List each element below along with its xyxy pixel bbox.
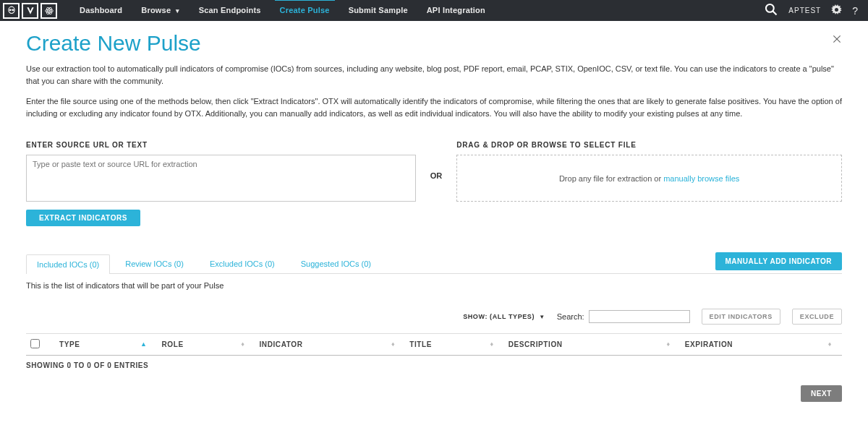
or-divider: OR: [416, 141, 457, 180]
col-expiration[interactable]: EXPIRATION♦: [681, 334, 842, 356]
col-title[interactable]: TITLE♦: [405, 334, 503, 356]
gear-icon[interactable]: [831, 4, 842, 17]
svg-point-1: [9, 9, 11, 10]
col-type[interactable]: TYPE▲: [55, 334, 157, 356]
nav-create-pulse[interactable]: Create Pulse: [271, 0, 339, 21]
nav-scan-endpoints[interactable]: Scan Endpoints: [190, 0, 271, 21]
top-nav: Dashboard Browse ▾ Scan Endpoints Create…: [0, 0, 868, 21]
nav-items: Dashboard Browse ▾ Scan Endpoints Create…: [70, 0, 495, 22]
tab-included-iocs[interactable]: Included IOCs (0): [26, 254, 110, 274]
intro-paragraph-1: Use our extraction tool to automatically…: [26, 63, 842, 87]
sort-icon: ♦: [490, 340, 493, 348]
table-controls: SHOW: (ALL TYPES) ▼ Search: EDIT INDICAT…: [26, 309, 842, 325]
logo-atom-icon: [41, 3, 57, 19]
svg-line-8: [773, 12, 777, 15]
col-role[interactable]: ROLE♦: [157, 334, 255, 356]
manually-add-indicator-button[interactable]: MANUALLY ADD INDICATOR: [715, 252, 842, 270]
user-menu[interactable]: APTEST: [788, 7, 821, 14]
select-all-checkbox[interactable]: [30, 339, 40, 348]
help-icon[interactable]: ?: [852, 5, 858, 17]
ioc-table: TYPE▲ ROLE♦ INDICATOR♦ TITLE♦ DESCRIPTIO…: [26, 333, 842, 356]
source-label: ENTER SOURCE URL OR TEXT: [26, 141, 416, 149]
show-types-dropdown[interactable]: SHOW: (ALL TYPES) ▼: [463, 313, 545, 320]
drop-label: DRAG & DROP OR BROWSE TO SELECT FILE: [456, 141, 842, 149]
nav-dashboard[interactable]: Dashboard: [70, 0, 132, 21]
tab-excluded-iocs[interactable]: Excluded IOCs (0): [199, 254, 286, 273]
sort-icon: ♦: [828, 340, 832, 348]
source-textarea[interactable]: [26, 155, 416, 202]
drop-column: DRAG & DROP OR BROWSE TO SELECT FILE Dro…: [456, 141, 842, 202]
drop-text: Drop any file for extraction or: [559, 174, 661, 183]
sort-icon: ♦: [391, 340, 395, 348]
list-description: This is the list of indicators that will…: [26, 281, 842, 290]
col-description[interactable]: DESCRIPTION♦: [504, 334, 681, 356]
tab-suggested-iocs[interactable]: Suggested IOCs (0): [290, 254, 382, 273]
close-icon[interactable]: [832, 34, 842, 46]
search-icon[interactable]: [764, 2, 778, 19]
svg-point-7: [766, 4, 774, 12]
svg-point-2: [12, 9, 13, 10]
sort-icon: ▲: [140, 340, 148, 348]
sort-icon: ♦: [667, 340, 671, 348]
source-column: ENTER SOURCE URL OR TEXT EXTRACT INDICAT…: [26, 141, 416, 226]
sort-icon: ♦: [241, 340, 244, 348]
intro-paragraph-2: Enter the file source using one of the m…: [26, 95, 842, 119]
col-indicator[interactable]: INDICATOR♦: [255, 334, 405, 356]
show-types-label: SHOW: (ALL TYPES): [463, 313, 535, 320]
caret-down-icon: ▼: [539, 314, 545, 320]
nav-submit-sample[interactable]: Submit Sample: [339, 0, 417, 21]
extract-indicators-button[interactable]: EXTRACT INDICATORS: [26, 210, 140, 226]
tab-review-iocs[interactable]: Review IOCs (0): [114, 254, 195, 273]
drop-zone[interactable]: Drop any file for extraction or manually…: [456, 155, 842, 202]
main-content: Create New Pulse Use our extraction tool…: [0, 21, 868, 416]
logo-alien-icon: [3, 3, 20, 19]
nav-right: APTEST ?: [764, 2, 868, 19]
nav-browse-label: Browse: [141, 6, 171, 14]
logo[interactable]: [3, 3, 57, 19]
page-title: Create New Pulse: [26, 31, 842, 56]
nav-api-integration[interactable]: API Integration: [417, 0, 495, 21]
nav-browse[interactable]: Browse ▾: [132, 0, 189, 22]
edit-indicators-button[interactable]: EDIT INDICATORS: [702, 309, 780, 325]
svg-point-6: [48, 10, 50, 12]
chevron-down-icon: ▾: [176, 1, 179, 22]
search-input[interactable]: [589, 310, 690, 323]
showing-entries: SHOWING 0 TO 0 OF 0 ENTRIES: [26, 361, 842, 369]
browse-files-link[interactable]: manually browse files: [663, 174, 739, 183]
ioc-tab-row: Included IOCs (0) Review IOCs (0) Exclud…: [26, 252, 842, 274]
next-button[interactable]: NEXT: [801, 385, 842, 402]
logo-v-icon: [22, 3, 38, 19]
search-label: Search:: [557, 312, 584, 321]
exclude-button[interactable]: EXCLUDE: [792, 309, 842, 325]
